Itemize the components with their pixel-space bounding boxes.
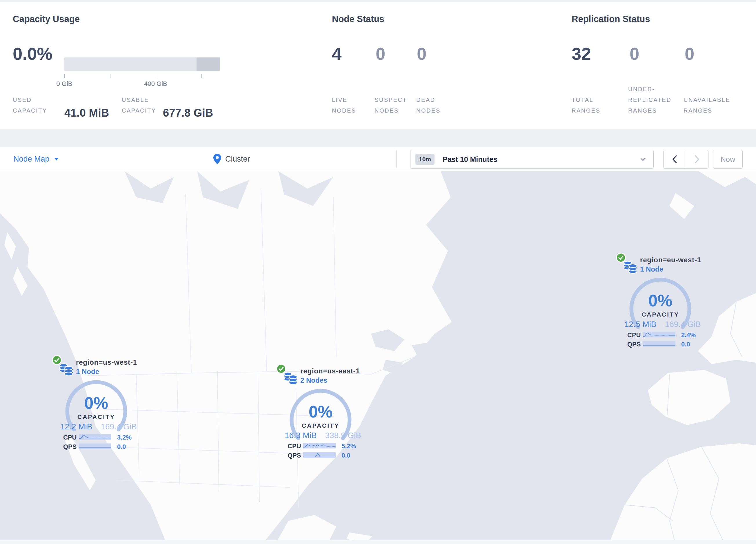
region-nodes-link[interactable]: 2 Nodes xyxy=(300,376,327,385)
capacity-usage-bar: 0 GiB 400 GiB xyxy=(64,57,220,71)
view-selector-dropdown[interactable]: Node Map xyxy=(13,147,59,171)
previous-time-window-button[interactable] xyxy=(664,150,686,168)
total-ranges-label: TOTAL RANGES xyxy=(572,95,609,116)
region-used-capacity: 12.2 MiB xyxy=(60,422,92,431)
cpu-value: 3.2% xyxy=(117,434,132,441)
axis-tick xyxy=(201,74,202,78)
time-window-badge: 10m xyxy=(415,154,435,165)
cpu-sparkline xyxy=(79,434,111,440)
region-used-capacity: 12.5 MiB xyxy=(624,320,657,329)
region-marker-eu-west-1[interactable]: region=eu-west-1 1 Node 0% CAPACITY 12.5… xyxy=(615,252,706,349)
suspect-nodes-label: SUSPECT NODES xyxy=(375,95,412,116)
region-total-capacity: 169.4 GiB xyxy=(665,320,701,329)
total-ranges-count: 32 xyxy=(572,45,591,63)
capacity-gauge-percent: 0% xyxy=(51,395,141,411)
capacity-gauge-label: CAPACITY xyxy=(615,311,706,318)
qps-label: QPS xyxy=(288,452,301,459)
chevron-down-icon xyxy=(640,157,646,161)
region-marker-us-west-1[interactable]: region=us-west-1 1 Node 0% CAPACITY 12.2… xyxy=(51,355,141,452)
used-capacity-label: USED CAPACITY xyxy=(13,95,59,116)
map-bottom-strip xyxy=(0,540,756,544)
axis-tick xyxy=(64,74,65,78)
cluster-summary-bar: Capacity Usage 0.0% 0 GiB 400 GiB USED C… xyxy=(0,2,756,129)
capacity-gauge-percent: 0% xyxy=(275,404,366,420)
time-window-dropdown[interactable]: 10m Past 10 Minutes xyxy=(410,150,654,168)
capacity-gauge-percent: 0% xyxy=(615,293,706,309)
live-nodes-label: LIVE NODES xyxy=(332,95,367,116)
under-replicated-ranges-count: 0 xyxy=(630,45,639,63)
database-stack-icon xyxy=(59,361,74,376)
usable-capacity-value: 677.8 GiB xyxy=(163,107,213,118)
unavailable-ranges-label: UNAVAILABLE RANGES xyxy=(684,95,742,116)
region-nodes-link[interactable]: 1 Node xyxy=(76,368,99,376)
breadcrumb[interactable]: Cluster xyxy=(213,147,250,171)
axis-tick xyxy=(110,74,110,78)
unavailable-ranges-count: 0 xyxy=(685,45,694,63)
dead-nodes-count: 0 xyxy=(417,45,426,63)
chevron-right-icon xyxy=(695,155,699,163)
capacity-used-percent: 0.0% xyxy=(13,45,52,63)
qps-value: 0.0 xyxy=(117,443,126,451)
capacity-gauge-label: CAPACITY xyxy=(51,414,141,420)
region-marker-us-east-1[interactable]: region=us-east-1 2 Nodes 0% CAPACITY 16.… xyxy=(275,364,366,460)
region-nodes-link[interactable]: 1 Node xyxy=(640,265,663,273)
next-time-window-button[interactable] xyxy=(686,150,708,168)
breadcrumb-label: Cluster xyxy=(225,155,250,164)
used-capacity-value: 41.0 MiB xyxy=(64,107,109,118)
region-label: region=us-east-1 xyxy=(300,367,360,375)
axis-tick-label: 400 GiB xyxy=(144,80,167,88)
node-map-canvas[interactable]: region=us-west-1 1 Node 0% CAPACITY 12.2… xyxy=(0,171,756,544)
cpu-value: 2.4% xyxy=(681,331,696,339)
region-label: region=eu-west-1 xyxy=(640,256,701,264)
qps-value: 0.0 xyxy=(681,341,690,348)
region-total-capacity: 169.4 GiB xyxy=(101,422,137,431)
location-pin-icon xyxy=(213,154,221,164)
capacity-bar-dark-segment xyxy=(197,57,220,71)
qps-sparkline xyxy=(79,443,111,449)
capacity-gauge-label: CAPACITY xyxy=(275,422,366,429)
under-replicated-ranges-label: UNDER-REPLICATED RANGES xyxy=(628,84,680,116)
replication-status-title: Replication Status xyxy=(572,14,650,24)
region-label: region=us-west-1 xyxy=(76,358,137,367)
suspect-nodes-count: 0 xyxy=(376,45,385,63)
qps-sparkline xyxy=(643,341,675,347)
live-nodes-count: 4 xyxy=(332,45,341,63)
database-stack-icon xyxy=(623,259,638,274)
time-window-label: Past 10 Minutes xyxy=(443,155,497,164)
qps-sparkline xyxy=(303,452,336,458)
qps-label: QPS xyxy=(627,341,641,348)
cpu-label: CPU xyxy=(627,331,641,339)
view-selector-label: Node Map xyxy=(13,155,50,164)
cpu-label: CPU xyxy=(288,443,301,450)
cpu-sparkline xyxy=(643,331,675,338)
cpu-sparkline xyxy=(303,443,336,449)
dead-nodes-label: DEAD NODES xyxy=(416,95,451,116)
database-stack-icon xyxy=(283,370,298,385)
cpu-value: 5.2% xyxy=(341,443,356,450)
capacity-usage-title: Capacity Usage xyxy=(13,14,80,24)
qps-value: 0.0 xyxy=(341,452,350,459)
now-button[interactable]: Now xyxy=(713,150,743,168)
chevron-left-icon xyxy=(672,155,677,163)
axis-tick-label: 0 GiB xyxy=(56,80,72,88)
time-window-pager xyxy=(663,150,708,168)
caret-down-icon xyxy=(54,158,59,160)
region-used-capacity: 16.3 MiB xyxy=(285,431,317,440)
toolbar-divider xyxy=(396,150,397,168)
cpu-label: CPU xyxy=(63,434,77,441)
node-status-title: Node Status xyxy=(332,14,384,24)
qps-label: QPS xyxy=(63,443,77,451)
axis-tick xyxy=(156,74,156,78)
region-total-capacity: 338.9 GiB xyxy=(325,431,361,440)
